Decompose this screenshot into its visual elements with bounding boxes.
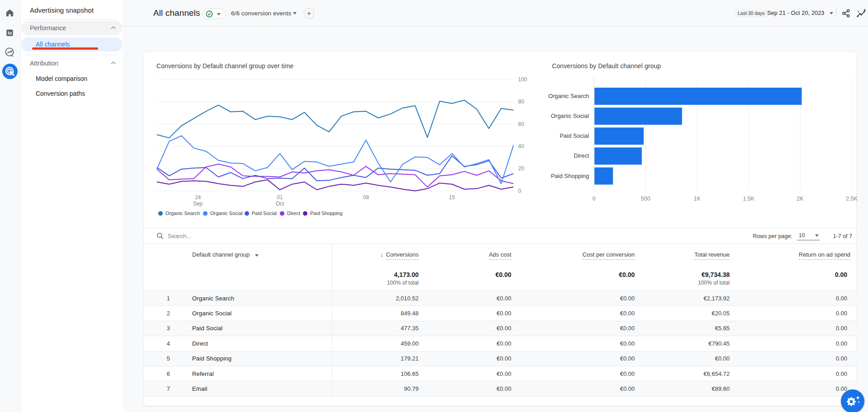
svg-text:Sep: Sep xyxy=(193,201,203,207)
svg-text:Paid Social: Paid Social xyxy=(560,132,589,139)
svg-text:01: 01 xyxy=(277,194,283,201)
svg-text:0: 0 xyxy=(518,188,521,194)
svg-text:24: 24 xyxy=(195,194,201,201)
svg-text:500: 500 xyxy=(641,196,651,202)
svg-text:40: 40 xyxy=(518,143,524,150)
svg-text:Direct: Direct xyxy=(574,152,589,159)
svg-text:60: 60 xyxy=(518,121,524,127)
svg-text:Paid Social: Paid Social xyxy=(252,211,277,216)
svg-text:Direct: Direct xyxy=(287,211,300,216)
svg-text:15: 15 xyxy=(449,194,455,201)
svg-text:0: 0 xyxy=(593,196,596,202)
svg-text:Oct: Oct xyxy=(276,201,284,207)
svg-text:Paid Shopping: Paid Shopping xyxy=(310,211,343,216)
svg-text:100: 100 xyxy=(518,76,527,83)
svg-text:2.5K: 2.5K xyxy=(846,196,857,202)
svg-text:Organic Social: Organic Social xyxy=(210,211,243,216)
svg-text:Organic Search: Organic Search xyxy=(548,93,589,99)
svg-text:1.5K: 1.5K xyxy=(743,196,755,202)
svg-text:Organic Search: Organic Search xyxy=(165,211,200,216)
svg-text:08: 08 xyxy=(363,194,369,201)
svg-text:80: 80 xyxy=(518,98,524,105)
svg-text:Paid Shopping: Paid Shopping xyxy=(551,173,589,179)
svg-text:20: 20 xyxy=(518,165,524,172)
svg-text:1K: 1K xyxy=(693,196,701,202)
svg-text:Organic Social: Organic Social xyxy=(551,112,589,119)
svg-text:2K: 2K xyxy=(797,196,804,202)
